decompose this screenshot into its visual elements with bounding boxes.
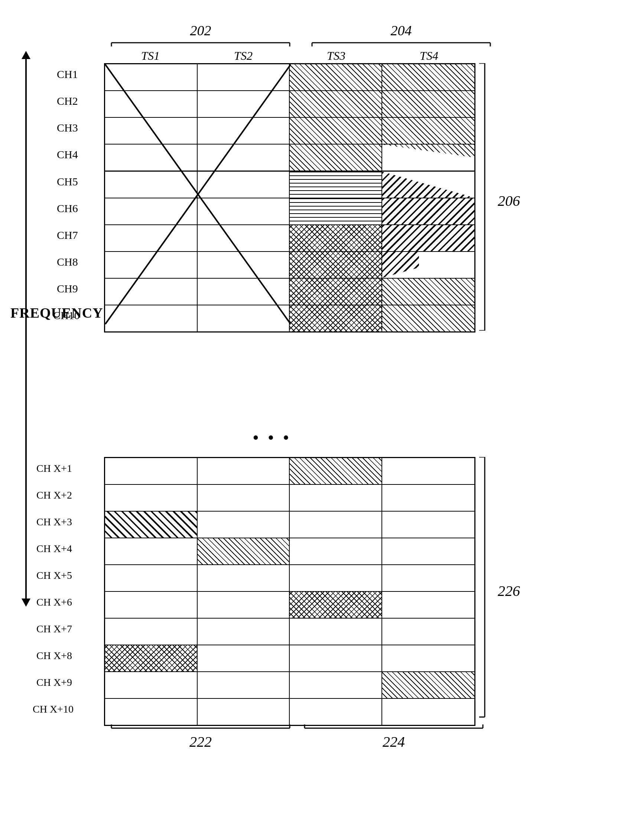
cell (382, 645, 474, 671)
cell (105, 64, 198, 90)
cell (105, 565, 198, 591)
cell (290, 225, 382, 251)
cell (382, 145, 474, 170)
main-container: FREQUENCY • • • 202 204 TS1 TS2 TS3 TS4 (0, 0, 627, 840)
bottom-grid: CH X+1 CH X+2 CH X+3 (104, 457, 476, 726)
cell (198, 538, 290, 564)
table-row: CH7 (105, 225, 474, 252)
cell (290, 699, 382, 725)
cell (105, 145, 198, 170)
cell (290, 91, 382, 117)
cell (290, 538, 382, 564)
row-label-ch3: CH3 (57, 121, 78, 134)
row-label-chx9: CH X+9 (36, 676, 72, 689)
row-label-ch4: CH4 (57, 148, 78, 161)
brace-202: 202 (104, 22, 320, 48)
cell (198, 645, 290, 671)
frequency-arrow (25, 58, 27, 600)
row-label-chx1: CH X+1 (36, 463, 72, 474)
table-row: CH3 (105, 118, 474, 145)
brace-224: 224 (297, 725, 513, 754)
cell (198, 225, 290, 251)
cell (290, 565, 382, 591)
cell (198, 512, 290, 537)
cell (382, 485, 474, 511)
table-row: CH6 (105, 199, 474, 225)
row-label-chx8: CH X+8 (36, 650, 72, 662)
row-label-chx5: CH X+5 (36, 569, 72, 582)
cell (198, 458, 290, 484)
cell (290, 672, 382, 698)
cell (105, 672, 198, 698)
cell (198, 64, 290, 90)
cell (382, 225, 474, 251)
cell (198, 252, 290, 278)
cell (290, 306, 382, 331)
table-row: CH10 (105, 306, 474, 331)
cell (290, 645, 382, 671)
table-row: CH8 (105, 252, 474, 279)
cell (382, 672, 474, 698)
cell (198, 672, 290, 698)
cell (198, 279, 290, 305)
cell (382, 592, 474, 618)
row-label-ch7: CH7 (57, 229, 78, 241)
brace-204: 204 (305, 22, 520, 48)
cell (105, 592, 198, 618)
cell (198, 172, 290, 198)
svg-text:204: 204 (391, 23, 412, 38)
cell (382, 512, 474, 537)
table-row: CH X+7 (105, 619, 474, 645)
brace-222: 222 (104, 725, 320, 754)
cell (382, 64, 474, 90)
brace-206: 206 (477, 63, 522, 331)
row-label-chx10: CH X+10 (33, 703, 74, 715)
row-label-ch8: CH8 (57, 255, 78, 268)
cell (382, 91, 474, 117)
row-label-ch5: CH5 (57, 175, 78, 188)
cell (290, 512, 382, 537)
cell (290, 458, 382, 484)
row-label-ch10: CH10 (53, 309, 80, 322)
brace-226: 226 (477, 457, 522, 721)
table-row: CH X+3 (105, 512, 474, 538)
cell (198, 699, 290, 725)
svg-text:226: 226 (498, 583, 520, 599)
row-label-ch2: CH2 (57, 95, 78, 107)
cell (105, 225, 198, 251)
cell (105, 279, 198, 305)
table-row: CH X+10 (105, 699, 474, 725)
svg-text:224: 224 (383, 733, 405, 750)
cell (198, 619, 290, 645)
cell (198, 145, 290, 170)
svg-text:222: 222 (189, 733, 212, 750)
row-label-chx7: CH X+7 (36, 623, 72, 635)
row-label-chx3: CH X+3 (36, 516, 72, 528)
cell (105, 619, 198, 645)
table-row: CH X+4 (105, 538, 474, 565)
cell (290, 118, 382, 144)
cell (105, 199, 198, 224)
top-grid: CH1 CH2 CH3 (104, 63, 476, 333)
table-row: CH X+6 (105, 592, 474, 619)
cell (105, 485, 198, 511)
table-row: CH X+2 (105, 485, 474, 512)
row-label-chx2: CH X+2 (36, 489, 72, 501)
svg-text:202: 202 (190, 23, 211, 38)
cell (382, 538, 474, 564)
table-row: CH4 (105, 145, 474, 172)
row-label-ch6: CH6 (57, 202, 78, 215)
row-label-ch1: CH1 (57, 68, 78, 80)
cell (290, 485, 382, 511)
cell (382, 458, 474, 484)
table-row: CH X+9 (105, 672, 474, 699)
table-row: CH X+5 (105, 565, 474, 592)
cell (290, 279, 382, 305)
cell (198, 199, 290, 224)
cell (105, 512, 198, 537)
cell (290, 199, 382, 224)
svg-text:206: 206 (498, 192, 520, 209)
cell (198, 592, 290, 618)
table-row: CH5 (105, 172, 474, 199)
cell (198, 565, 290, 591)
